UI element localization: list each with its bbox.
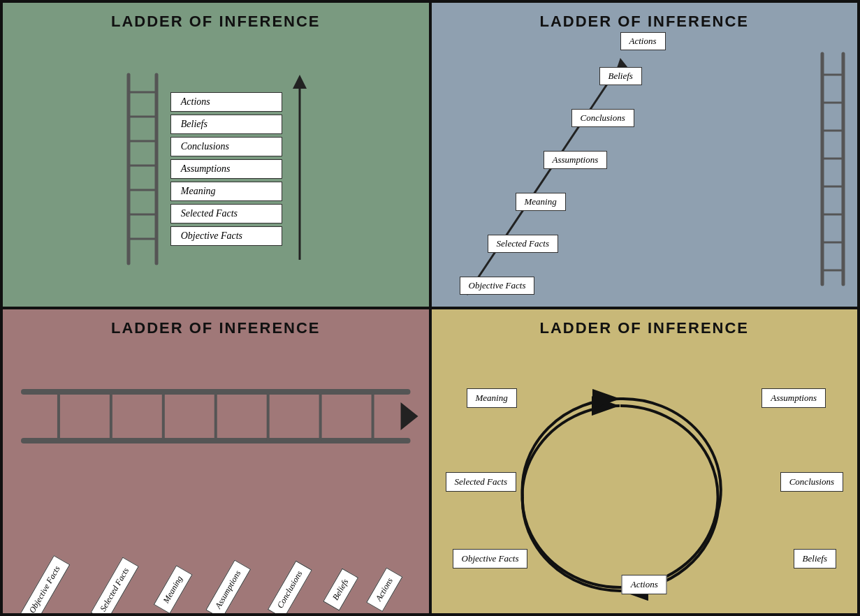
q2-step-objective-facts: Objective Facts	[460, 277, 535, 295]
q3-label-actions: Actions	[366, 567, 402, 612]
q4-conclusions: Conclusions	[780, 472, 843, 492]
q1-step-meaning: Meaning	[170, 182, 282, 201]
q2-step-actions: Actions	[620, 32, 666, 50]
q4-title: LADDER OF INFERENCE	[432, 309, 858, 343]
q4-assumptions: Assumptions	[761, 388, 826, 408]
svg-marker-10	[293, 75, 307, 89]
q1-step-assumptions: Assumptions	[170, 159, 282, 179]
q2-step-selected-facts: Selected Facts	[488, 235, 558, 253]
q3-label-objective-facts: Objective Facts	[20, 555, 70, 613]
q1-step-beliefs: Beliefs	[170, 115, 282, 134]
q1-step-conclusions: Conclusions	[170, 137, 282, 156]
q4-objective-facts: Objective Facts	[453, 549, 528, 569]
q3-inner: Objective Facts Selected Facts Meaning A…	[3, 343, 429, 608]
q2-step-assumptions: Assumptions	[544, 151, 608, 169]
q2-step-conclusions: Conclusions	[571, 109, 634, 127]
q3-label-selected-facts: Selected Facts	[90, 557, 138, 613]
svg-line-11	[467, 64, 620, 295]
quadrant-1: LADDER OF INFERENCE Actions Beliefs	[3, 3, 429, 307]
q3-label-beliefs: Beliefs	[323, 569, 359, 611]
q3-label-conclusions: Conclusions	[268, 560, 312, 613]
q1-steps-list: Actions Beliefs Conclusions Assumptions …	[170, 92, 282, 246]
q4-meaning: Meaning	[467, 388, 517, 408]
q2-step-beliefs: Beliefs	[599, 67, 642, 85]
q2-inner: Objective Facts Selected Facts Meaning A…	[432, 36, 858, 302]
q4-actions: Actions	[622, 575, 667, 594]
q2-step-meaning: Meaning	[516, 193, 566, 211]
q3-rotated-labels: Objective Facts Selected Facts Meaning A…	[17, 441, 415, 594]
q2-title: LADDER OF INFERENCE	[432, 3, 858, 36]
q1-step-objective-facts: Objective Facts	[170, 226, 282, 246]
q1-step-selected-facts: Selected Facts	[170, 204, 282, 223]
q4-selected-facts: Selected Facts	[446, 472, 516, 492]
q4-inner: Meaning Assumptions Selected Facts Concl…	[432, 343, 858, 608]
q1-arrow-up	[289, 71, 310, 267]
q1-title: LADDER OF INFERENCE	[3, 3, 429, 36]
ladder-left-q1	[122, 71, 163, 267]
quadrant-2: LADDER OF INFERENCE Objective Facts Sele…	[432, 3, 858, 307]
quadrant-4: LADDER OF INFERENCE Meaning	[432, 309, 858, 613]
q3-label-meaning: Meaning	[154, 566, 193, 613]
svg-marker-32	[401, 402, 418, 430]
q3-label-assumptions: Assumptions	[206, 560, 252, 613]
q4-beliefs: Beliefs	[794, 549, 836, 569]
q3-title: LADDER OF INFERENCE	[3, 309, 429, 343]
q1-step-actions: Actions	[170, 92, 282, 112]
quadrant-3: LADDER OF INFERENCE Objective Facts Sele…	[3, 309, 429, 613]
